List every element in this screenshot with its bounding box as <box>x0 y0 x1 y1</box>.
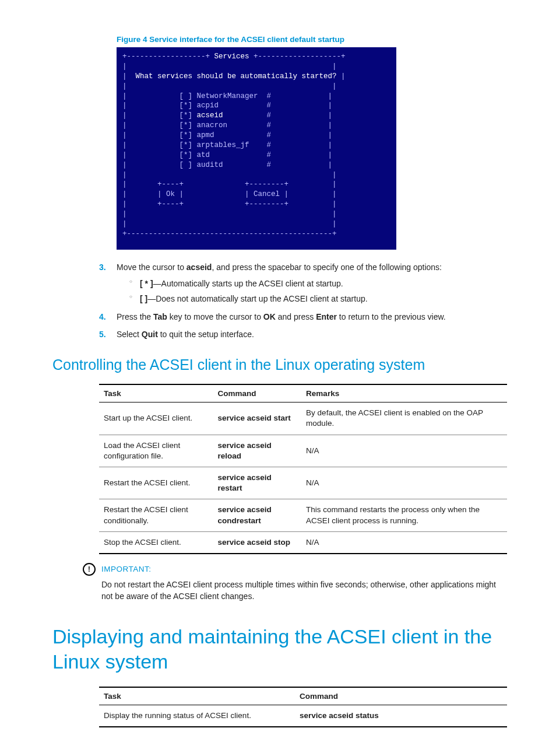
th-command: Command <box>295 687 507 705</box>
status-table: Task Command Display the running status … <box>99 687 507 727</box>
t: to quit the setup interface. <box>158 330 254 339</box>
th-task: Task <box>99 687 295 705</box>
cell-remarks: N/A <box>301 531 507 554</box>
table-row: Restart the ACSEI client conditionally.s… <box>99 499 507 531</box>
t: to return to the previous view. <box>337 312 446 321</box>
cell-task: Load the ACSEI client configuration file… <box>99 435 213 467</box>
table-row: Start up the ACSEI client.service acseid… <box>99 402 507 435</box>
option-text: —Does not automatically start up the ACS… <box>147 294 367 303</box>
step-number: 5. <box>99 328 106 340</box>
figure-caption: Figure 4 Service interface for the ACSEI… <box>117 35 504 44</box>
t: Press the <box>117 312 153 321</box>
important-note: ! IMPORTANT: Do not restart the ACSEI cl… <box>83 564 504 602</box>
step-5: 5. Select Quit to quit the setup interfa… <box>99 328 504 340</box>
option-text: —Automatically starts up the ACSEI clien… <box>153 279 343 288</box>
cell-task: Start up the ACSEI client. <box>99 402 213 435</box>
cell-task: Restart the ACSEI client. <box>99 467 213 499</box>
t: key to move the cursor to <box>167 312 263 321</box>
option-mark: [ ] <box>140 294 147 303</box>
t: and press <box>276 312 316 321</box>
sub-item: [ ]—Does not automatically start up the … <box>129 293 504 304</box>
kb: OK <box>263 312 276 321</box>
cell-command: service acseid stop <box>213 531 301 554</box>
important-body: Do not restart the ACSEI client process … <box>101 579 504 603</box>
cell-remarks: This command restarts the process only w… <box>301 499 507 531</box>
cell-command: service acseid status <box>295 705 507 727</box>
cell-task: Stop the ACSEI client. <box>99 531 213 554</box>
sub-list: [ * ]—Automatically starts up the ACSEI … <box>129 278 504 305</box>
cell-task: Display the running status of ACSEI clie… <box>99 705 295 727</box>
th-task: Task <box>99 384 213 402</box>
table-row: Restart the ACSEI client.service acseid … <box>99 467 507 499</box>
important-icon: ! <box>83 563 96 576</box>
table-row: Stop the ACSEI client.service acseid sto… <box>99 531 507 554</box>
cell-remarks: N/A <box>301 435 507 467</box>
cell-remarks: N/A <box>301 467 507 499</box>
cell-remarks: By default, the ACSEI client is enabled … <box>301 402 507 435</box>
cell-command: service acseid start <box>213 402 301 435</box>
important-label: IMPORTANT: <box>101 564 504 575</box>
step-4: 4. Press the Tab key to move the cursor … <box>99 311 504 323</box>
cell-command: service acseid restart <box>213 467 301 499</box>
sub-item: [ * ]—Automatically starts up the ACSEI … <box>129 278 504 289</box>
t: Select <box>117 330 142 339</box>
th-remarks: Remarks <box>301 384 507 402</box>
table-row: Load the ACSEI client configuration file… <box>99 435 507 467</box>
th-command: Command <box>213 384 301 402</box>
step-number: 4. <box>99 311 106 323</box>
commands-table: Task Command Remarks Start up the ACSEI … <box>99 384 507 554</box>
step-bold: acseid <box>186 262 212 272</box>
step-text: , and press the spacebar to specify one … <box>212 262 442 272</box>
step-number: 3. <box>99 261 106 273</box>
terminal-screenshot: +------------------+ Services +---------… <box>117 47 396 250</box>
section-heading-displaying: Displaying and maintaining the ACSEI cli… <box>52 624 504 674</box>
step-text: Move the cursor to <box>117 262 186 272</box>
table-row: Display the running status of ACSEI clie… <box>99 705 507 727</box>
cell-command: service acseid reload <box>213 435 301 467</box>
kb: Enter <box>316 312 337 321</box>
step-3: 3. Move the cursor to acseid, and press … <box>99 261 504 305</box>
kb: Tab <box>153 312 167 321</box>
cell-command: service acseid condrestart <box>213 499 301 531</box>
cell-task: Restart the ACSEI client conditionally. <box>99 499 213 531</box>
kb: Quit <box>142 330 158 339</box>
option-mark: [ * ] <box>140 279 153 288</box>
section-heading-controlling: Controlling the ACSEI client in the Linu… <box>52 356 504 373</box>
steps-list: 3. Move the cursor to acseid, and press … <box>99 261 504 340</box>
